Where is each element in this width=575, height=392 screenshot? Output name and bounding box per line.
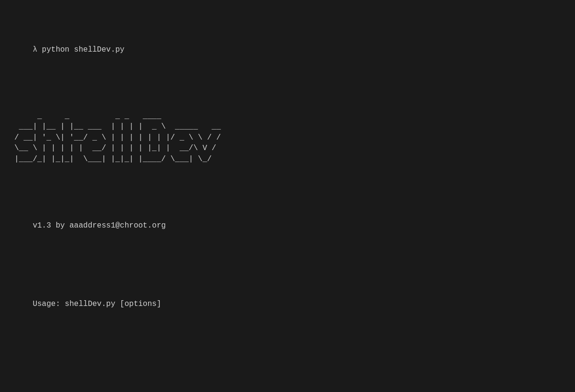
ascii-art-logo: _ _ _ _ ____ ___| |__ | |__ ___ | | | | … [14, 111, 561, 164]
lambda-symbol: λ [33, 45, 42, 54]
command-text: python shellDev.py [42, 45, 125, 54]
usage-header-section: Usage: shellDev.py [options] [14, 287, 561, 321]
version-text: v1.3 by aaaddress1@chroot.org [33, 221, 165, 230]
prompt-line: λ python shellDev.py [14, 33, 561, 67]
terminal-window: λ python shellDev.py _ _ _ _ ____ ___| |… [14, 10, 561, 392]
usage-header-text: Usage: shellDev.py [options] [33, 300, 161, 308]
version-info: v1.3 by aaaddress1@chroot.org [14, 208, 561, 243]
